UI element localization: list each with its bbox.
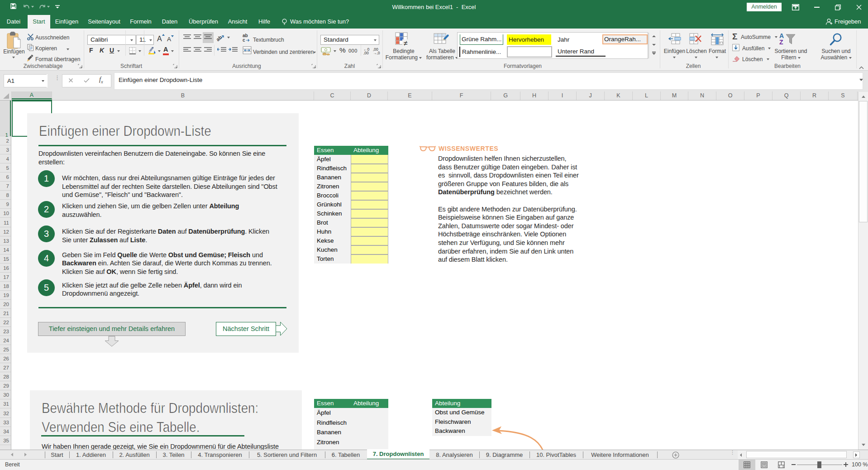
svg-text:→,0: →,0	[373, 51, 380, 55]
svg-text:,00: ,00	[363, 51, 369, 55]
svg-text:c: c	[243, 38, 245, 42]
svg-text:≠: ≠	[404, 39, 408, 47]
svg-text:ab: ab	[216, 34, 223, 42]
